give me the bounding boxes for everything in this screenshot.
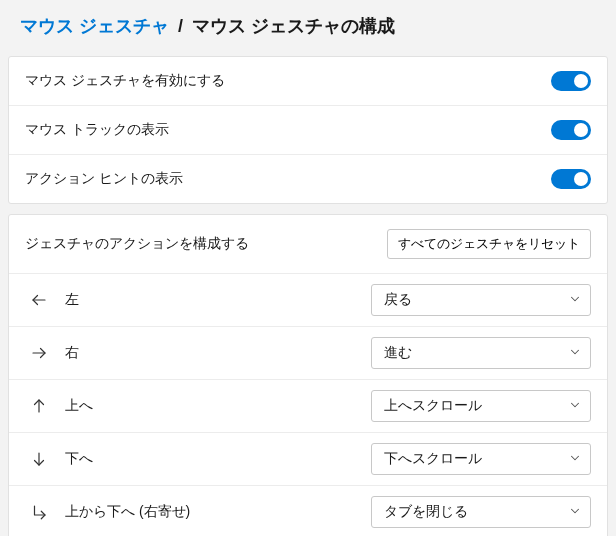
reset-all-gestures-button[interactable]: すべてのジェスチャをリセット: [387, 229, 591, 259]
breadcrumb-parent-link[interactable]: マウス ジェスチャ: [20, 16, 169, 36]
toggle-row-mouse-track: マウス トラックの表示: [9, 106, 607, 155]
gesture-action-select-up-down-right[interactable]: タブを閉じる: [371, 496, 591, 528]
toggle-label: アクション ヒントの表示: [25, 170, 551, 188]
toggles-panel: マウス ジェスチャを有効にする マウス トラックの表示 アクション ヒントの表示: [8, 56, 608, 204]
toggle-switch-action-hint[interactable]: [551, 169, 591, 189]
select-value: タブを閉じる: [384, 503, 568, 521]
chevron-down-icon: [568, 345, 582, 362]
toggle-row-action-hint: アクション ヒントの表示: [9, 155, 607, 203]
breadcrumb: マウス ジェスチャ / マウス ジェスチャの構成: [0, 0, 616, 46]
breadcrumb-separator: /: [174, 16, 187, 36]
gesture-row-down: 下へ 下へスクロール: [9, 433, 607, 486]
select-value: 下へスクロール: [384, 450, 568, 468]
breadcrumb-current: マウス ジェスチャの構成: [192, 16, 395, 36]
gesture-config-header: ジェスチャのアクションを構成する すべてのジェスチャをリセット: [9, 215, 607, 274]
gesture-label: 上へ: [53, 397, 371, 415]
gesture-row-right: 右 進む: [9, 327, 607, 380]
gesture-row-up: 上へ 上へスクロール: [9, 380, 607, 433]
gesture-label: 下へ: [53, 450, 371, 468]
gesture-row-left: 左 戻る: [9, 274, 607, 327]
select-value: 上へスクロール: [384, 397, 568, 415]
toggle-label: マウス トラックの表示: [25, 121, 551, 139]
arrow-right-icon: [25, 344, 53, 362]
select-value: 戻る: [384, 291, 568, 309]
chevron-down-icon: [568, 398, 582, 415]
gesture-action-select-up[interactable]: 上へスクロール: [371, 390, 591, 422]
toggle-label: マウス ジェスチャを有効にする: [25, 72, 551, 90]
chevron-down-icon: [568, 292, 582, 309]
gesture-config-panel: ジェスチャのアクションを構成する すべてのジェスチャをリセット 左 戻る 右 進…: [8, 214, 608, 536]
toggle-switch-enable-gestures[interactable]: [551, 71, 591, 91]
select-value: 進む: [384, 344, 568, 362]
chevron-down-icon: [568, 451, 582, 468]
gesture-action-select-down[interactable]: 下へスクロール: [371, 443, 591, 475]
chevron-down-icon: [568, 504, 582, 521]
arrow-left-icon: [25, 291, 53, 309]
corner-down-right-icon: [25, 503, 53, 521]
arrow-up-icon: [25, 397, 53, 415]
gesture-label: 右: [53, 344, 371, 362]
gesture-label: 左: [53, 291, 371, 309]
gesture-action-select-right[interactable]: 進む: [371, 337, 591, 369]
gesture-action-select-left[interactable]: 戻る: [371, 284, 591, 316]
toggle-row-enable-gestures: マウス ジェスチャを有効にする: [9, 57, 607, 106]
toggle-switch-mouse-track[interactable]: [551, 120, 591, 140]
gesture-config-title: ジェスチャのアクションを構成する: [25, 235, 387, 253]
gesture-row-up-down-right: 上から下へ (右寄せ) タブを閉じる: [9, 486, 607, 536]
gesture-label: 上から下へ (右寄せ): [53, 503, 371, 521]
arrow-down-icon: [25, 450, 53, 468]
